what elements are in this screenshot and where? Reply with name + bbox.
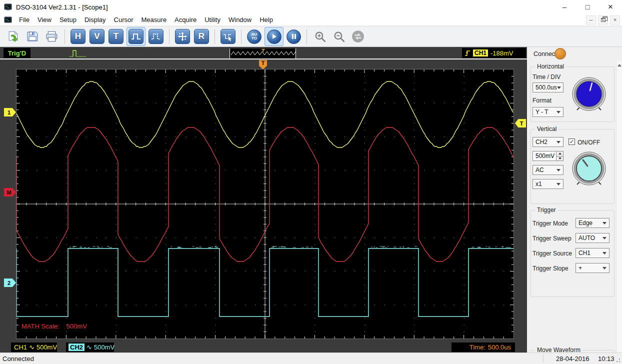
horizontal-group-title: Horizontal	[535, 63, 566, 70]
volts-div-stepper[interactable]: 500mV	[532, 151, 564, 161]
status-bar: Connected 28-04-2016 10:13	[0, 352, 622, 364]
horizontal-button[interactable]: H	[70, 29, 86, 44]
ch1-info-badge: CH1∿500mV	[11, 342, 57, 352]
separator-line	[0, 58, 527, 60]
ch2-position-marker[interactable]: 2	[4, 278, 16, 287]
timebase-readout: Time:500.0us	[452, 342, 515, 352]
format-select[interactable]: Y - T	[532, 107, 564, 117]
menu-utility[interactable]: Utility	[200, 14, 224, 26]
time-div-select[interactable]: 500.0us	[532, 82, 564, 92]
pulse-button[interactable]	[128, 29, 144, 44]
resize-grip[interactable]	[614, 356, 621, 363]
chevron-down-icon	[602, 222, 606, 224]
menu-view[interactable]: View	[34, 14, 56, 26]
horizontal-knob[interactable]	[570, 75, 608, 114]
trigger-sweep-select[interactable]: AUTO	[576, 233, 610, 243]
trigger-info-badge: CH1 -188mV	[462, 48, 526, 58]
rising-edge-icon	[464, 49, 470, 57]
scope-display[interactable]	[16, 69, 514, 339]
open-button[interactable]	[6, 28, 22, 44]
trigger-mode-select[interactable]: Edge	[576, 218, 610, 228]
toolbar-separator	[169, 29, 170, 44]
menu-measure[interactable]: Measure	[138, 14, 171, 26]
document-icon	[4, 16, 12, 24]
channel-select[interactable]: CH2	[532, 137, 564, 147]
trigger-position-marker[interactable]: T	[259, 60, 267, 70]
menu-cursor[interactable]: Cursor	[110, 14, 138, 26]
print-icon	[45, 30, 58, 44]
zoom-out-button[interactable]	[331, 28, 347, 44]
title-bar: DSO-3104 Ver2.1.31 - [Scope1] – □ ×	[0, 0, 622, 14]
math-button[interactable]	[175, 29, 190, 44]
menu-display[interactable]: Display	[80, 14, 110, 26]
step-down-button[interactable]	[556, 156, 564, 162]
chevron-down-icon	[602, 267, 606, 270]
pulse-icon	[130, 30, 142, 42]
ch1-position-marker[interactable]: 1	[4, 108, 16, 116]
window-title: DSO-3104 Ver2.1.31 - [Scope1]	[16, 4, 108, 11]
trigger-group-title: Trigger	[535, 206, 558, 214]
cursor-icon	[222, 30, 234, 42]
chevron-down-icon	[556, 183, 560, 186]
transfer-button[interactable]	[350, 28, 366, 44]
menu-acquire[interactable]: Acquire	[170, 14, 200, 26]
open-icon	[7, 30, 20, 44]
vertical-button[interactable]: V	[90, 29, 104, 44]
probe-select[interactable]: x1	[532, 179, 564, 189]
run-button[interactable]	[267, 30, 282, 44]
trigger-level-marker[interactable]: T	[515, 119, 526, 128]
panel-scrollbar[interactable]	[616, 61, 622, 352]
mdi-minimize-button[interactable]: –	[586, 16, 596, 24]
coupling-select[interactable]: AC	[532, 165, 564, 175]
waveform-preview[interactable]	[230, 48, 296, 58]
trigger-source-select[interactable]: CH1	[576, 248, 610, 258]
mdi-close-button[interactable]: ×	[610, 16, 620, 24]
trigger-level-value: -188mV	[490, 50, 514, 57]
chevron-down-icon	[557, 86, 561, 89]
print-button[interactable]	[44, 28, 60, 44]
mdi-restore-button[interactable]	[598, 16, 608, 24]
chevron-down-icon	[602, 237, 606, 240]
math-icon	[176, 30, 188, 42]
vertical-group-title: Vertical	[535, 126, 558, 132]
menu-window[interactable]: Window	[224, 14, 256, 26]
zoom-in-button[interactable]	[312, 28, 328, 44]
cursor-button[interactable]	[220, 29, 236, 44]
trigger-pulse-icon	[69, 49, 87, 58]
run-button-selected[interactable]	[264, 27, 284, 46]
menu-help[interactable]: Help	[256, 14, 277, 26]
minimize-button[interactable]: –	[553, 0, 576, 14]
trigger-slope-label: Trigger Slope	[532, 265, 568, 272]
save-button[interactable]	[24, 28, 40, 44]
pause-button[interactable]	[286, 30, 301, 44]
onoff-checkbox[interactable]: ✓	[568, 138, 575, 145]
close-button[interactable]: ×	[599, 0, 622, 14]
app-icon	[4, 3, 12, 11]
toolbar-separator	[64, 29, 65, 44]
pulse-button-selected[interactable]	[126, 27, 146, 46]
menu-setup[interactable]: Setup	[56, 14, 80, 26]
vertical-knob[interactable]	[570, 150, 608, 188]
scroll-up-icon[interactable]	[618, 64, 622, 66]
menu-file[interactable]: File	[15, 14, 34, 26]
scope-workspace: Trig'D CH1 -188mV T 1 M 2 T MATH Scale:5…	[0, 47, 527, 352]
maximize-button[interactable]: □	[576, 0, 599, 14]
zoom-in-icon	[314, 30, 327, 44]
connect-indicator	[554, 48, 566, 60]
scope-svg	[16, 70, 514, 338]
step-up-button[interactable]	[556, 151, 564, 156]
play-icon	[270, 33, 278, 40]
trigger-slope-select[interactable]: +	[576, 263, 610, 273]
math-position-marker[interactable]: M	[4, 188, 16, 196]
preview-wave	[230, 48, 296, 58]
toolbar-separator	[241, 29, 242, 44]
toolbar-separator	[306, 29, 307, 44]
trigger-button[interactable]: T	[108, 29, 124, 44]
toolbar: H V T R AUTO	[0, 26, 622, 47]
auto-button[interactable]: AUTO	[247, 30, 262, 44]
pulse-dashed-button[interactable]	[148, 29, 164, 44]
menu-bar: File View Setup Display Cursor Measure A…	[0, 14, 622, 26]
trigger-mode-label: Trigger Mode	[532, 220, 568, 227]
record-button[interactable]: R	[194, 29, 209, 44]
arrow-down-icon	[558, 158, 562, 160]
